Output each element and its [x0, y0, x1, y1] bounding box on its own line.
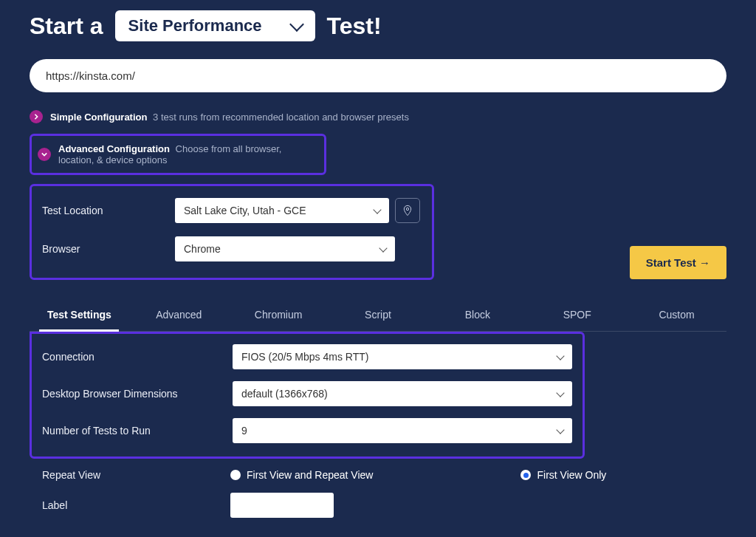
dimensions-select[interactable]: default (1366x768)	[233, 381, 572, 406]
label-input[interactable]	[230, 493, 334, 518]
tab-test-settings[interactable]: Test Settings	[30, 298, 129, 331]
label-field-label: Label	[42, 499, 230, 511]
tab-spof[interactable]: SPOF	[527, 298, 627, 331]
advanced-config-row[interactable]: Advanced Configuration Choose from all b…	[38, 143, 318, 165]
connection-value: FIOS (20/5 Mbps 4ms RTT)	[241, 351, 368, 363]
settings-tabs: Test Settings Advanced Chromium Script B…	[30, 298, 726, 332]
url-input[interactable]	[30, 59, 726, 92]
chevron-down-icon	[556, 389, 564, 397]
chevron-down-icon	[556, 352, 564, 360]
page-headline: Start a Site Performance Test!	[30, 10, 726, 41]
chevron-down-icon	[289, 17, 304, 32]
simple-config-title: Simple Configuration	[50, 112, 147, 123]
headline-prefix: Start a	[30, 13, 103, 40]
connection-select[interactable]: FIOS (20/5 Mbps 4ms RTT)	[233, 344, 572, 369]
test-type-value: Site Performance	[128, 16, 262, 35]
chevron-down-icon	[38, 148, 51, 161]
chevron-down-icon	[556, 425, 564, 434]
simple-config-desc: 3 test runs from recommended location an…	[153, 112, 409, 123]
advanced-config-title: Advanced Configuration	[58, 143, 170, 154]
tab-chromium[interactable]: Chromium	[229, 298, 329, 331]
dimensions-value: default (1366x768)	[241, 388, 328, 400]
chevron-down-icon	[373, 205, 381, 213]
tab-advanced[interactable]: Advanced	[129, 298, 229, 331]
test-location-select[interactable]: Salt Lake City, Utah - GCE	[175, 198, 389, 223]
browser-value: Chrome	[184, 243, 221, 255]
test-location-value: Salt Lake City, Utah - GCE	[184, 205, 306, 216]
radio-first-only[interactable]: First View Only	[520, 469, 606, 481]
map-pin-icon	[402, 205, 413, 216]
test-location-label: Test Location	[42, 205, 175, 216]
headline-suffix: Test!	[327, 13, 382, 40]
runs-value: 9	[241, 425, 247, 437]
tab-block[interactable]: Block	[427, 298, 527, 331]
dimensions-label: Desktop Browser Dimensions	[42, 388, 233, 400]
map-location-button[interactable]	[395, 198, 420, 223]
chevron-down-icon	[379, 244, 387, 252]
connection-label: Connection	[42, 351, 233, 363]
radio-first-and-repeat-label: First View and Repeat View	[247, 469, 373, 481]
simple-config-row[interactable]: Simple Configuration 3 test runs from re…	[30, 106, 726, 128]
chevron-right-icon	[30, 110, 43, 123]
tab-custom[interactable]: Custom	[627, 298, 726, 331]
test-type-select[interactable]: Site Performance	[115, 10, 315, 41]
browser-select[interactable]: Chrome	[175, 236, 395, 261]
radio-icon	[230, 470, 241, 480]
radio-first-only-label: First View Only	[537, 469, 606, 481]
runs-select[interactable]: 9	[233, 418, 572, 443]
start-test-button[interactable]: Start Test →	[630, 246, 726, 279]
start-test-label: Start Test →	[646, 256, 710, 269]
browser-label: Browser	[42, 243, 175, 255]
runs-label: Number of Tests to Run	[42, 425, 233, 437]
tab-script[interactable]: Script	[329, 298, 428, 331]
svg-point-0	[406, 208, 408, 210]
test-settings-highlight: Connection FIOS (20/5 Mbps 4ms RTT) Desk…	[30, 332, 585, 459]
repeat-view-label: Repeat View	[42, 469, 230, 481]
radio-first-and-repeat[interactable]: First View and Repeat View	[230, 469, 373, 481]
radio-icon	[520, 470, 531, 480]
